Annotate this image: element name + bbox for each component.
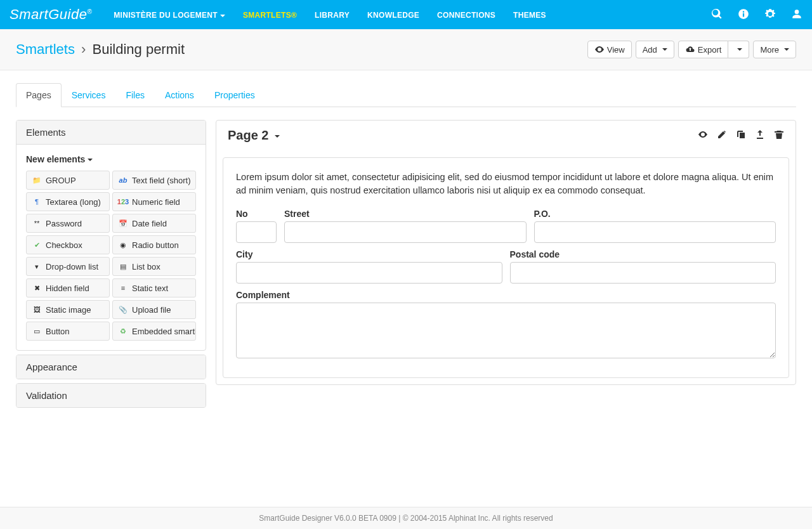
element-hidden[interactable]: ✖Hidden field [26,278,110,297]
eye-icon[interactable] [698,129,708,141]
tabs-container: Pages Services Files Actions Properties [0,83,812,107]
element-static-text[interactable]: ≡Static text [112,278,196,297]
main-tabs: Pages Services Files Actions Properties [16,83,796,107]
content: Page 2 Lorem ipsum dolor sit amet, conse… [216,120,796,412]
tab-services[interactable]: Services [62,83,116,107]
search-icon[interactable] [711,8,723,22]
page-canvas: Lorem ipsum dolor sit amet, consectetur … [223,157,789,378]
gear-icon[interactable] [764,8,776,22]
nav-item-library[interactable]: LIBRARY [306,10,358,20]
tab-pages[interactable]: Pages [16,83,62,107]
input-po[interactable] [534,221,776,243]
element-radio[interactable]: ◉Radio button [112,235,196,254]
export-button[interactable]: Export [678,41,729,58]
validation-heading[interactable]: Validation [16,384,206,407]
export-dropdown-button[interactable] [728,41,749,58]
element-listbox[interactable]: ▤List box [112,257,196,276]
cloud-upload-icon [685,44,695,55]
pencil-icon[interactable] [717,129,727,141]
element-password[interactable]: **Password [26,214,110,233]
calendar-icon: 📅 [118,218,128,228]
info-icon[interactable] [738,8,749,22]
element-date[interactable]: 📅Date field [112,214,196,233]
element-button[interactable]: ▭Button [26,322,110,341]
export-button-group: Export [678,41,750,58]
label-po: P.O. [534,209,776,219]
nav-item-connections[interactable]: CONNECTIONS [428,10,504,20]
label-complement: Complement [236,290,776,300]
caret-icon [784,48,789,51]
elements-panel: Elements New elements 📁GROUP abText fiel… [16,120,206,351]
user-icon[interactable] [791,8,802,22]
label-postal: Postal code [510,249,776,259]
main-nav: MINISTÈRE DU LOGEMENT SMARTLETS® LIBRARY… [105,10,711,20]
breadcrumb-parent[interactable]: Smartlets [16,41,75,57]
elements-heading[interactable]: Elements [16,121,206,145]
nav-item-knowledge[interactable]: KNOWLEDGE [358,10,428,20]
element-static-image[interactable]: 🖼Static image [26,300,110,319]
trash-icon[interactable] [774,129,784,141]
page-header: Smartlets › Building permit View Add Exp… [0,29,812,70]
field-street: Street [284,209,527,243]
element-text-short[interactable]: abText field (short) [112,171,196,190]
svg-rect-1 [743,13,744,16]
form-row-1: No Street P.O. [236,209,776,243]
caret-icon [662,48,667,51]
caret-icon [275,135,280,138]
copy-icon[interactable] [736,129,746,141]
field-no: No [236,209,277,243]
asterisk-icon: ** [32,218,42,228]
button-icon: ▭ [32,326,42,336]
page-panel: Page 2 Lorem ipsum dolor sit amet, conse… [216,120,796,385]
page-panel-header: Page 2 [216,121,796,151]
element-embedded[interactable]: ♻Embedded smartlet [112,322,196,341]
more-button[interactable]: More [753,41,796,58]
brand-text: SmartGuide [10,6,87,22]
input-city[interactable] [236,262,502,284]
input-no[interactable] [236,221,277,243]
input-postal[interactable] [510,262,776,284]
element-checkbox[interactable]: ✔Checkbox [26,235,110,254]
tab-properties[interactable]: Properties [204,83,265,107]
list-icon: ▤ [118,261,128,271]
textarea-icon: ¶ [32,197,42,207]
validation-panel: Validation [16,383,206,408]
field-complement: Complement [236,290,776,358]
navbar-right [711,8,802,22]
nav-item-ministere[interactable]: MINISTÈRE DU LOGEMENT [105,10,234,20]
input-street[interactable] [284,221,527,243]
element-numeric[interactable]: 123Numeric field [112,192,196,211]
image-icon: 🖼 [32,304,42,315]
element-upload[interactable]: 📎Upload file [112,300,196,319]
svg-rect-2 [743,11,744,12]
new-elements-toggle[interactable]: New elements [26,154,196,164]
navbar: SmartGuide® MINISTÈRE DU LOGEMENT SMARTL… [0,0,812,29]
brand-logo[interactable]: SmartGuide® [10,6,92,23]
field-postal: Postal code [510,249,776,284]
element-textarea[interactable]: ¶Textarea (long) [26,192,110,211]
caret-icon [88,159,93,161]
form-row-2: City Postal code [236,249,776,284]
field-city: City [236,249,502,284]
breadcrumb-sep: › [81,41,86,57]
element-group[interactable]: 📁GROUP [26,171,110,190]
lorem-text: Lorem ipsum dolor sit amet, consectetur … [236,171,776,197]
appearance-heading[interactable]: Appearance [16,355,206,379]
paperclip-icon: 📎 [118,304,128,315]
element-dropdown[interactable]: ▾Drop-down list [26,257,110,276]
nav-item-themes[interactable]: THEMES [504,10,555,20]
add-button[interactable]: Add [636,41,674,58]
breadcrumb: Smartlets › Building permit [16,41,185,58]
folder-icon: 📁 [32,175,42,185]
form-row-3: Complement [236,290,776,358]
page-title-dropdown[interactable]: Page 2 [228,128,280,143]
export-page-icon[interactable] [755,129,765,141]
tab-files[interactable]: Files [115,83,155,107]
input-complement[interactable] [236,303,776,358]
tab-actions[interactable]: Actions [155,83,204,107]
hidden-icon: ✖ [32,283,42,293]
nav-item-smartlets[interactable]: SMARTLETS® [234,10,306,20]
recycle-icon: ♻ [118,326,128,336]
label-street: Street [284,209,527,219]
view-button[interactable]: View [587,41,632,58]
